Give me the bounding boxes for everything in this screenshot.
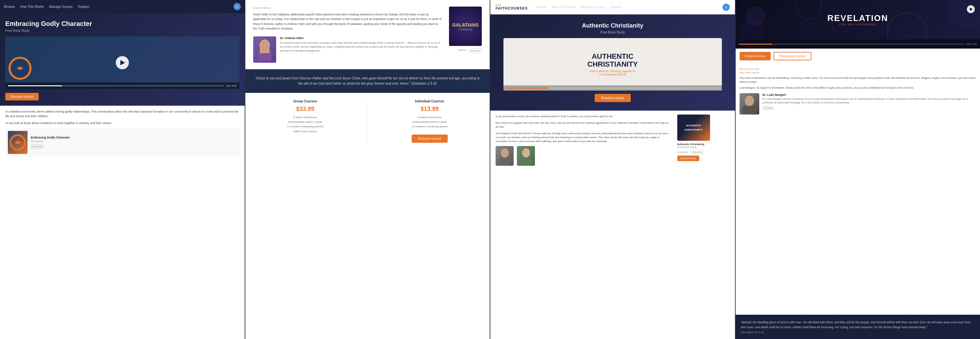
book-display-3: AUTHENTIC CHRISTIANITY How Lutheran Theo… bbox=[503, 38, 722, 91]
enrolled-badge-3: Enrolled bbox=[691, 150, 703, 154]
svg-point-10 bbox=[887, 13, 926, 40]
video-time-1: 1:24 / 8:32 bbox=[226, 85, 237, 87]
individual-feature2: 12 months of streaming access bbox=[377, 124, 482, 129]
progress-bar-3 bbox=[506, 88, 719, 89]
revelation-author-section: Dr. Luke Bangert Dr. Luke Bangert (Docto… bbox=[740, 93, 977, 115]
video-controls-3 bbox=[503, 85, 722, 91]
revelation-header: REVELATION CPH FAITHCOURSES bbox=[736, 0, 980, 40]
user-avatar-1[interactable]: U bbox=[234, 3, 241, 10]
revelation-content-text2: Luke Bangert, an expert on Revelation, b… bbox=[740, 86, 977, 90]
content-text-3c: Join Edward Smith and Steven Turnau walk… bbox=[496, 132, 672, 143]
svg-point-7 bbox=[522, 148, 530, 158]
auth-title-line1: AUTHENTIC bbox=[592, 53, 633, 60]
revelation-content-text1: The book of Revelation can be intimidati… bbox=[740, 76, 977, 84]
course-thumbnail-card-1[interactable]: Embracing Godly Character 12 lessons Enr… bbox=[5, 128, 239, 156]
nav-manage-groups-1[interactable]: Manage Groups bbox=[49, 5, 73, 8]
course-graphic-1 bbox=[8, 57, 32, 81]
individual-courses-title: Individual Courses bbox=[377, 99, 482, 103]
panel-revelation: REVELATION CPH FAITHCOURSES 0:00 / 5:24 … bbox=[736, 0, 980, 339]
nav-bar-1: Browse How This Works Manage Groups Supp… bbox=[0, 0, 245, 13]
resume-button-1[interactable]: Resume course bbox=[5, 93, 39, 100]
revelation-play-area bbox=[967, 5, 975, 13]
hero-section-1: Embracing Godly Character Free Book Stud… bbox=[0, 13, 245, 106]
preview-button-4[interactable]: Preview this Course bbox=[773, 52, 811, 60]
individual-price: $13.99 bbox=[377, 106, 482, 113]
author-photo-3a bbox=[496, 146, 514, 166]
card-title-1: Embracing Godly Character bbox=[31, 136, 237, 139]
nav-browse-3[interactable]: Browse bbox=[536, 5, 546, 9]
svg-point-9 bbox=[795, 0, 822, 20]
nav-manage-groups-3[interactable]: Manage Groups bbox=[581, 5, 605, 9]
revelation-title: REVELATION bbox=[827, 13, 888, 23]
group-courses-col: Group Courses $33.99 8 author-led lesson… bbox=[253, 99, 358, 143]
nav-support-3[interactable]: Support bbox=[610, 5, 621, 9]
group-courses-title: Group Courses bbox=[253, 99, 358, 103]
right-book-name-3: Authentic Christianity bbox=[677, 143, 730, 146]
nav-how-this-works-1[interactable]: How This Works bbox=[20, 5, 44, 8]
lessons-count-3: 4 lessons bbox=[677, 151, 689, 154]
course-subtitle-1: Free Book Study bbox=[5, 29, 239, 32]
video-progress-fill-1 bbox=[8, 85, 62, 86]
svg-rect-3 bbox=[258, 52, 271, 61]
hero-section-3: Authentic Christianity Free Book Study A… bbox=[490, 14, 735, 111]
individual-sub: 8 author-led lessons bbox=[377, 115, 482, 120]
nav-how-this-works-3[interactable]: How This Works bbox=[552, 5, 576, 9]
resume-button-4[interactable]: Resume course bbox=[740, 52, 771, 60]
svg-rect-8 bbox=[520, 158, 531, 165]
content-text-1b: As we look at those divine invitations t… bbox=[5, 121, 239, 126]
buy-book-button-3[interactable]: Buy the Book bbox=[677, 156, 700, 161]
right-book-section-3: AUTHENTIC CHRISTIANITY Authentic Christi… bbox=[677, 115, 730, 161]
galatians-volume-label: Volume bbox=[458, 49, 466, 53]
galatians-book-title: GALATIANS bbox=[452, 22, 479, 27]
revelation-bible-quote: "Behold, the dwelling place of God is wi… bbox=[741, 320, 975, 329]
content-section-3: In our postmodern world, the common spir… bbox=[490, 111, 735, 339]
play-button-1[interactable] bbox=[116, 56, 129, 69]
revelation-author-name: Dr. Luke Bangert bbox=[762, 93, 977, 97]
revelation-controls: 0:00 / 5:24 bbox=[736, 40, 980, 49]
content-left-3: In our postmodern world, the common spir… bbox=[496, 115, 672, 335]
galatians-author-bio: Dr. Andrew Hahn is the executive secreta… bbox=[280, 41, 443, 53]
authentic-christianity-cover: AUTHENTIC CHRISTIANITY How Lutheran Theo… bbox=[590, 41, 636, 87]
svg-rect-4 bbox=[260, 47, 270, 53]
panel-galatians: GALATIANS Paul's letter to the Galatians… bbox=[245, 0, 490, 339]
content-right-3: AUTHENTIC CHRISTIANITY Authentic Christi… bbox=[677, 115, 730, 335]
galatians-author-photo bbox=[253, 37, 276, 63]
card-meta-lessons-1: 12 lessons bbox=[31, 140, 237, 143]
galatians-enrolled-badge: Enrolled bbox=[469, 49, 482, 53]
content-text-3b: But Christ is a singular truth and truth… bbox=[496, 121, 672, 129]
content-section-1: In a divided community, we're called to … bbox=[0, 106, 245, 339]
revelation-content: REVELATION Your Free course The book of … bbox=[736, 64, 980, 315]
revelation-title-group: REVELATION CPH FAITHCOURSES bbox=[827, 13, 888, 26]
galatians-author-section: Dr. Andrew Hahn Dr. Andrew Hahn is the e… bbox=[253, 37, 443, 63]
individual-courses-col: Individual Courses $13.99 8 author-led l… bbox=[377, 99, 482, 143]
nav-support-1[interactable]: Support bbox=[78, 5, 89, 8]
galatians-body-text: Paul's letter to the Galatians addressed… bbox=[253, 12, 443, 31]
panel-authentic-christianity: CPH FAITHCOURSES Browse How This Works M… bbox=[490, 0, 735, 339]
revelation-enrolled-badge: Enrolled bbox=[762, 106, 774, 110]
right-book-title2-3: CHRISTIANITY bbox=[684, 128, 703, 132]
user-avatar-3[interactable]: U bbox=[722, 3, 730, 11]
revelation-progress-bar[interactable] bbox=[739, 44, 964, 45]
nav-browse-1[interactable]: Browse bbox=[4, 5, 15, 8]
course-subtitle-3: Free Book Study bbox=[497, 30, 729, 34]
logo-faithcourses-3: FAITHCOURSES bbox=[496, 6, 528, 10]
play-button-4[interactable] bbox=[967, 5, 975, 13]
group-feature3: Offline video access bbox=[253, 129, 358, 134]
content-text-3a: In our postmodern world, the common spir… bbox=[496, 115, 672, 118]
revelation-time: 0:00 / 5:24 bbox=[966, 43, 977, 45]
galatians-quote: "Grace to you and peace from God our Fat… bbox=[253, 76, 482, 86]
author-photo-3b bbox=[517, 146, 535, 166]
resume-button-3[interactable]: Resume course bbox=[595, 94, 631, 102]
revelation-citation: (Revelation 21:3–4) bbox=[741, 331, 975, 334]
content-text-1a: In a divided community, we're called to … bbox=[5, 110, 239, 118]
svg-rect-6 bbox=[499, 158, 510, 165]
revelation-author-bio: Dr. Luke Bangert (Doctor of Divinity Chu… bbox=[762, 97, 977, 104]
video-player-1[interactable]: 1:24 / 8:32 bbox=[5, 37, 239, 89]
galatians-author-name: Dr. Andrew Hahn bbox=[280, 37, 443, 40]
group-sub: 8 author-led lessons bbox=[253, 115, 358, 120]
svg-point-12 bbox=[745, 95, 754, 106]
video-progress-bar-1[interactable] bbox=[8, 85, 224, 86]
play-icon-4 bbox=[970, 8, 973, 11]
galatians-resume-button[interactable]: Resume course bbox=[412, 135, 448, 143]
galatians-dark-section: "Grace to you and peace from God our Fat… bbox=[245, 69, 490, 93]
